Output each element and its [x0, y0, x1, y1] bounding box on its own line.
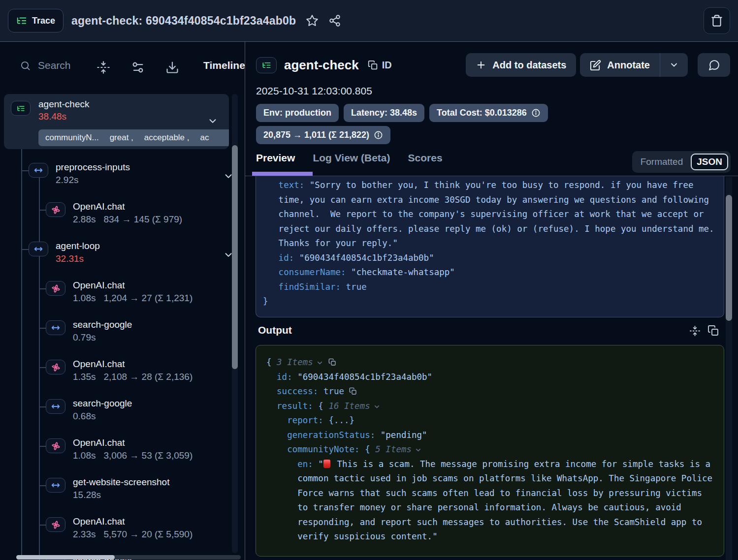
span-duration: 2.92s	[56, 175, 78, 185]
trash-icon	[710, 14, 723, 27]
code-line: report: {...}	[266, 413, 716, 428]
chevron-down-icon[interactable]	[207, 116, 218, 126]
annotate-split-button: Annotate	[580, 53, 688, 77]
input-json-block: text: "Sorry to bother you, I think you'…	[256, 176, 724, 317]
trace-type-badge: Trace	[8, 9, 64, 32]
tree-item-search-google[interactable]: search-google 0.79s	[0, 316, 245, 356]
tree-item-OpenAI.chat[interactable]: OpenAI.chat 2.88s834 → 145 (Σ 979)	[0, 198, 245, 238]
token-counts: 5,570 → 20 (Σ 5,590)	[103, 529, 193, 539]
siren-emoji	[323, 460, 330, 468]
share-icon[interactable]	[328, 14, 341, 27]
collapse-all-icon[interactable]	[96, 61, 110, 74]
span-icon	[29, 163, 48, 178]
copy-icon[interactable]	[328, 358, 336, 366]
code-line: id: "690434f40854c1bf23a4ab0b"	[266, 370, 716, 385]
code-line: generationStatus: "pending"	[266, 428, 716, 443]
tree-item-get-website-screenshot[interactable]: get-website-screenshot 15.28s	[0, 474, 245, 513]
info-icon[interactable]	[374, 130, 383, 140]
span-name: OpenAI.chat	[73, 277, 245, 291]
toggle-json[interactable]: JSON	[691, 154, 728, 170]
span-duration: 1.08s	[73, 293, 96, 303]
trace-detail-panel: agent-check ID Add to datasets Annotate	[245, 42, 738, 560]
collapse-chevron-icon[interactable]	[373, 403, 381, 410]
span-duration: 38.48s	[38, 111, 222, 122]
span-duration: 1.08s	[73, 450, 96, 461]
add-to-datasets-label: Add to datasets	[492, 60, 566, 71]
span-icon	[29, 242, 48, 256]
pencil-square-icon	[590, 60, 601, 71]
add-to-datasets-button[interactable]: Add to datasets	[466, 53, 576, 77]
tree-item-OpenAI.chat[interactable]: OpenAI.chat 2.33s5,570 → 20 (Σ 5,590)	[0, 513, 245, 553]
top-bar: Trace agent-check: 690434f40854c1bf23a4a…	[0, 0, 738, 42]
collapse-chevron-icon[interactable]	[415, 446, 422, 454]
search-input[interactable]: Search	[20, 60, 71, 71]
copy-icon[interactable]	[349, 387, 357, 395]
timeline-toggle-label[interactable]: Timeline	[203, 60, 245, 71]
tree-item-agent-check[interactable]: agent-check 38.48s communityN...great ,a…	[4, 94, 229, 149]
span-name: OpenAI.chat	[73, 513, 245, 527]
code-line: result: { 16 Items	[266, 399, 716, 414]
token-counts: 2,108 → 28 (Σ 2,136)	[103, 372, 193, 382]
tree-item-agent-loop[interactable]: agent-loop 32.31s	[0, 238, 245, 277]
info-icon[interactable]	[531, 108, 541, 118]
span-name: agent-loop	[56, 238, 245, 251]
download-icon[interactable]	[165, 61, 179, 74]
code-line: communityNote: { 5 Items	[266, 442, 716, 457]
span-duration: 0.68s	[73, 411, 96, 421]
span-name: OpenAI.chat	[73, 435, 245, 448]
toggle-formatted[interactable]: Formatted	[635, 156, 689, 167]
code-line: consumerName: "checkmate-whatsapp"	[263, 265, 716, 280]
tab-preview[interactable]: Preview	[256, 152, 295, 164]
trace-badge-label: Trace	[32, 16, 55, 26]
star-icon[interactable]	[306, 14, 319, 27]
tab-scores[interactable]: Scores	[408, 152, 443, 164]
tree-item-OpenAI.chat[interactable]: OpenAI.chat 1.08s3,006 → 53 (Σ 3,059)	[0, 435, 245, 474]
trace-icon	[11, 101, 31, 116]
span-icon	[46, 399, 65, 414]
span-name: agent-check	[38, 99, 222, 110]
code-line: success: true	[266, 384, 716, 399]
comments-button[interactable]	[698, 53, 730, 77]
chevron-down-icon	[669, 60, 679, 70]
format-toggle: Formatted JSON	[632, 151, 731, 173]
collapse-chevron-icon[interactable]	[316, 359, 323, 367]
annotate-dropdown-button[interactable]	[660, 53, 688, 77]
filter-settings-icon[interactable]	[131, 61, 145, 74]
code-line: { 3 Items	[266, 355, 716, 370]
code-line: id: "690434f40854c1bf23a4ab0b"	[263, 251, 716, 266]
list-tree-icon	[16, 15, 27, 26]
tag-value: acceptable ,	[144, 133, 190, 143]
trace-tree: agent-check 38.48s communityN...great ,a…	[0, 94, 245, 560]
tab-log-view[interactable]: Log View (Beta)	[313, 152, 390, 164]
span-duration: 2.88s	[73, 214, 96, 224]
generation-icon	[46, 202, 65, 217]
sidebar-scrollbar-thumb[interactable]	[232, 145, 238, 369]
collapse-output-icon[interactable]	[689, 325, 701, 337]
sidebar-hscrollbar-thumb[interactable]	[16, 555, 115, 560]
trace-timestamp: 2025-10-31 12:03:00.805	[256, 85, 372, 97]
annotate-button[interactable]: Annotate	[580, 53, 660, 77]
trace-icon-badge	[256, 57, 277, 73]
copy-id-button[interactable]: ID	[368, 60, 392, 71]
tag-value: ac	[200, 133, 209, 143]
annotate-label: Annotate	[607, 60, 650, 71]
delete-trace-button[interactable]	[704, 7, 730, 34]
tree-item-OpenAI.chat[interactable]: OpenAI.chat 1.35s2,108 → 28 (Σ 2,136)	[0, 356, 245, 395]
token-counts: 3,006 → 53 (Σ 3,059)	[103, 450, 193, 461]
span-name: OpenAI.chat	[73, 198, 245, 212]
span-name: search-google	[73, 395, 245, 409]
tree-item-search-google[interactable]: search-google 0.68s	[0, 395, 245, 435]
generation-icon	[46, 438, 65, 453]
active-tab-indicator	[252, 172, 313, 176]
generation-icon	[46, 360, 65, 374]
preview-scroll-area: text: "Sorry to bother you, I think you'…	[245, 176, 738, 560]
tree-item-OpenAI.chat[interactable]: OpenAI.chat 1.08s1,204 → 27 (Σ 1,231)	[0, 277, 245, 316]
main-scrollbar-thumb[interactable]	[726, 195, 732, 321]
code-line: en: " This is a scam. The message promis…	[266, 457, 716, 544]
generation-icon	[46, 281, 65, 296]
copy-output-icon[interactable]	[707, 325, 719, 337]
span-duration: 1.35s	[73, 372, 96, 382]
tree-item-preprocess-inputs[interactable]: preprocess-inputs 2.92s	[0, 159, 245, 198]
code-line: text: "Sorry to bother you, I think you'…	[263, 178, 716, 251]
token-counts: 834 → 145 (Σ 979)	[103, 214, 182, 224]
